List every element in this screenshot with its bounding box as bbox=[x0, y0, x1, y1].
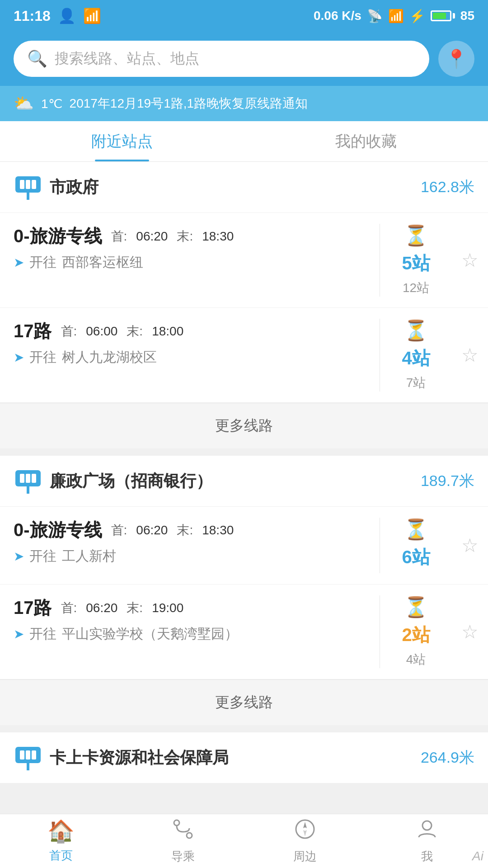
svg-rect-13 bbox=[32, 750, 36, 760]
first-label-1-1: 首: bbox=[61, 599, 77, 617]
station-name-row-0: 市政府 bbox=[14, 173, 99, 202]
total-stations-1-1: 4站 bbox=[406, 651, 426, 668]
svg-rect-3 bbox=[32, 180, 36, 189]
nav-home[interactable]: 🏠 首页 bbox=[0, 814, 122, 868]
location-button[interactable]: 📍 bbox=[438, 41, 474, 77]
more-routes-btn-1[interactable]: 更多线路 bbox=[0, 679, 488, 725]
search-placeholder-text: 搜索线路、站点、地点 bbox=[55, 49, 199, 69]
route-name-0-1: 17路 bbox=[14, 319, 52, 344]
stations-away-0-1: 4站 bbox=[402, 346, 430, 371]
route-item-0-1[interactable]: 17路 首: 06:00 末: 18:00 ➤ 开往 树人九龙湖校区 ⏳ 4站 … bbox=[0, 308, 488, 403]
star-icon-0-0: ☆ bbox=[461, 249, 479, 271]
battery-indicator bbox=[431, 10, 455, 21]
main-tabs: 附近站点 我的收藏 bbox=[0, 121, 488, 162]
go-to-label-0-0: 开往 bbox=[29, 253, 56, 272]
direction-name-0-0: 西部客运枢纽 bbox=[62, 253, 143, 272]
status-person-icon: 👤 bbox=[58, 7, 76, 24]
nav-nearby[interactable]: 周边 bbox=[244, 814, 366, 868]
station-name-0: 市政府 bbox=[50, 176, 99, 198]
nav-route[interactable]: 导乘 bbox=[122, 814, 244, 868]
search-box[interactable]: 🔍 搜索线路、站点、地点 bbox=[14, 41, 429, 77]
route-title-row-1-1: 17路 首: 06:20 末: 19:00 bbox=[14, 595, 380, 620]
main-content: 市政府 162.8米 0-旅游专线 首: 06:20 末: 18:30 ➤ 开往… bbox=[0, 162, 488, 849]
route-direction-0-0: ➤ 开往 西部客运枢纽 bbox=[14, 253, 380, 272]
first-time-0-0: 06:20 bbox=[136, 229, 168, 244]
fav-button-0-0[interactable]: ☆ bbox=[452, 224, 488, 297]
first-time-1-0: 06:20 bbox=[136, 523, 168, 538]
svg-rect-8 bbox=[32, 474, 36, 483]
svg-rect-11 bbox=[20, 750, 24, 760]
stations-away-1-1: 2站 bbox=[402, 623, 430, 647]
last-time-0-1: 18:00 bbox=[152, 324, 183, 339]
last-time-1-0: 18:30 bbox=[202, 523, 234, 538]
route-info-1-1: 17路 首: 06:20 末: 19:00 ➤ 开往 平山实验学校（天鹅湾墅园） bbox=[14, 595, 380, 668]
battery-level: 85 bbox=[460, 9, 474, 23]
go-to-label-1-0: 开往 bbox=[29, 547, 56, 566]
stations-away-1-0: 6站 bbox=[402, 545, 430, 570]
go-to-label-1-1: 开往 bbox=[29, 625, 56, 643]
status-right: 0.06 K/s 📡 📶 ⚡ 85 bbox=[314, 9, 474, 24]
route-direction-1-0: ➤ 开往 工人新村 bbox=[14, 547, 380, 566]
route-item-0-0[interactable]: 0-旅游专线 首: 06:20 末: 18:30 ➤ 开往 西部客运枢纽 ⏳ 5… bbox=[0, 213, 488, 308]
route-info-0-1: 17路 首: 06:00 末: 18:00 ➤ 开往 树人九龙湖校区 bbox=[14, 319, 380, 392]
nav-route-label: 导乘 bbox=[171, 849, 195, 864]
fav-button-1-0[interactable]: ☆ bbox=[452, 518, 488, 573]
last-label-0-0: 末: bbox=[177, 228, 193, 245]
bus-stop-icon-0 bbox=[14, 173, 42, 202]
nav-nearby-label: 周边 bbox=[293, 849, 317, 864]
home-icon: 🏠 bbox=[47, 819, 75, 844]
total-stations-0-1: 7站 bbox=[406, 374, 426, 392]
route-title-row-1-0: 0-旅游专线 首: 06:20 末: 18:30 bbox=[14, 518, 380, 542]
search-icon: 🔍 bbox=[27, 49, 47, 68]
direction-name-1-1: 平山实验学校（天鹅湾墅园） bbox=[62, 625, 238, 643]
nav-me[interactable]: 我 bbox=[366, 814, 488, 868]
direction-name-0-1: 树人九龙湖校区 bbox=[62, 348, 157, 367]
status-bar: 11:18 👤 📶 0.06 K/s 📡 📶 ⚡ 85 bbox=[0, 0, 488, 32]
nav-me-label: 我 bbox=[421, 849, 433, 864]
go-to-label-0-1: 开往 bbox=[29, 348, 56, 367]
station-distance-1: 189.7米 bbox=[421, 471, 474, 491]
fav-button-0-1[interactable]: ☆ bbox=[452, 319, 488, 392]
star-icon-1-1: ☆ bbox=[461, 621, 479, 643]
network-speed: 0.06 K/s bbox=[314, 9, 361, 23]
total-stations-0-0: 12站 bbox=[403, 279, 429, 297]
route-name-1-1: 17路 bbox=[14, 595, 52, 620]
svg-rect-6 bbox=[20, 474, 24, 483]
tab-nearby-stations[interactable]: 附近站点 bbox=[0, 121, 244, 161]
status-signal-icon: 📶 bbox=[83, 7, 101, 24]
station-name-row-1: 廉政广场（招商银行） bbox=[14, 467, 212, 495]
route-item-1-1[interactable]: 17路 首: 06:20 末: 19:00 ➤ 开往 平山实验学校（天鹅湾墅园）… bbox=[0, 585, 488, 679]
svg-point-15 bbox=[174, 820, 179, 826]
svg-rect-12 bbox=[26, 750, 30, 760]
fav-button-1-1[interactable]: ☆ bbox=[452, 595, 488, 668]
station-name-row-partial: 卡上卡资源和社会保障局 bbox=[14, 743, 229, 772]
more-routes-btn-0[interactable]: 更多线路 bbox=[0, 403, 488, 448]
route-name-0-0: 0-旅游专线 bbox=[14, 224, 102, 249]
route-direction-1-1: ➤ 开往 平山实验学校（天鹅湾墅园） bbox=[14, 625, 380, 643]
lightning-icon: ⚡ bbox=[409, 9, 425, 24]
last-label-1-1: 末: bbox=[127, 599, 143, 617]
weather-notice: 2017年12月19号1路,1路晚恢复原线路通知 bbox=[70, 95, 308, 112]
tab-my-favorites[interactable]: 我的收藏 bbox=[244, 121, 488, 161]
first-label-1-0: 首: bbox=[111, 522, 127, 539]
station-count-area-0-1: ⏳ 4站 7站 bbox=[380, 319, 452, 392]
first-label-0-0: 首: bbox=[111, 228, 127, 245]
person-icon bbox=[416, 818, 438, 845]
station-header-partial: 卡上卡资源和社会保障局 264.9米 bbox=[0, 732, 488, 783]
watermark: Ai bbox=[472, 849, 483, 863]
station-count-area-1-0: ⏳ 6站 bbox=[380, 518, 452, 573]
partial-station-name: 卡上卡资源和社会保障局 bbox=[50, 747, 229, 769]
station-section-0: 市政府 162.8米 0-旅游专线 首: 06:20 末: 18:30 ➤ 开往… bbox=[0, 162, 488, 448]
svg-rect-14 bbox=[27, 763, 29, 770]
last-label-1-0: 末: bbox=[177, 522, 193, 539]
star-icon-1-0: ☆ bbox=[461, 534, 479, 557]
weather-bar: ⛅ 1℃ 2017年12月19号1路,1路晚恢复原线路通知 bbox=[0, 86, 488, 121]
direction-arrow-icon-1-1: ➤ bbox=[14, 627, 24, 642]
status-time: 11:18 bbox=[14, 8, 51, 24]
route-name-1-0: 0-旅游专线 bbox=[14, 518, 102, 542]
route-direction-0-1: ➤ 开往 树人九龙湖校区 bbox=[14, 348, 380, 367]
hourglass-icon-0-1: ⏳ bbox=[404, 319, 428, 342]
svg-rect-1 bbox=[20, 180, 24, 189]
route-item-1-0[interactable]: 0-旅游专线 首: 06:20 末: 18:30 ➤ 开往 工人新村 ⏳ 6站 … bbox=[0, 507, 488, 585]
svg-marker-18 bbox=[303, 822, 307, 828]
